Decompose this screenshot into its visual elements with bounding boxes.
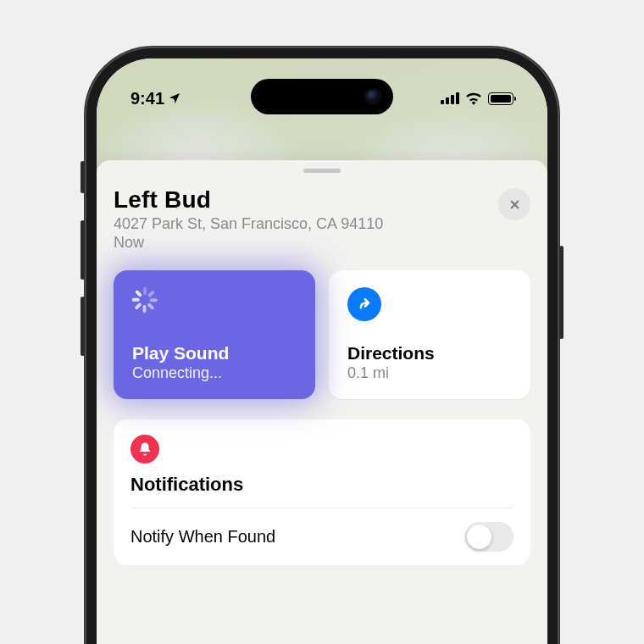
phone-screen: 9:41 Left Bud 4027 Park St, (97, 58, 547, 644)
loading-spinner-icon (132, 287, 158, 313)
close-button[interactable] (498, 188, 530, 220)
item-detail-sheet: Left Bud 4027 Park St, San Francisco, CA… (97, 160, 547, 644)
bell-icon (130, 435, 159, 464)
device-timestamp: Now (114, 234, 383, 252)
notify-when-found-label: Notify When Found (130, 527, 275, 547)
device-address: 4027 Park St, San Francisco, CA 94110 (114, 215, 383, 233)
play-sound-tile[interactable]: Play Sound Connecting... (114, 270, 315, 399)
device-title: Left Bud (114, 186, 383, 214)
battery-icon (488, 92, 514, 105)
notifications-section: Notifications Notify When Found (114, 419, 530, 565)
side-power-button (559, 246, 564, 339)
ringer-switch (80, 161, 85, 193)
directions-title: Directions (347, 343, 512, 364)
sheet-grabber[interactable] (303, 169, 341, 173)
notifications-heading: Notifications (130, 474, 514, 508)
wifi-icon (465, 92, 482, 105)
directions-icon (347, 287, 381, 321)
volume-down-button (80, 297, 85, 356)
close-icon (508, 198, 521, 211)
status-time: 9:41 (130, 89, 164, 108)
directions-tile[interactable]: Directions 0.1 mi (329, 270, 530, 399)
location-services-icon (168, 92, 181, 105)
play-sound-title: Play Sound (132, 343, 297, 364)
cellular-signal-icon (441, 92, 459, 104)
volume-up-button (80, 220, 85, 280)
notify-when-found-row: Notify When Found (130, 508, 514, 565)
directions-distance: 0.1 mi (347, 364, 512, 382)
dynamic-island (251, 79, 393, 114)
phone-device-frame: 9:41 Left Bud 4027 Park St, (85, 47, 559, 644)
sheet-header-text: Left Bud 4027 Park St, San Francisco, CA… (114, 186, 383, 252)
play-sound-status: Connecting... (132, 364, 297, 382)
notify-when-found-toggle[interactable] (464, 522, 514, 552)
front-camera-icon (366, 90, 380, 103)
